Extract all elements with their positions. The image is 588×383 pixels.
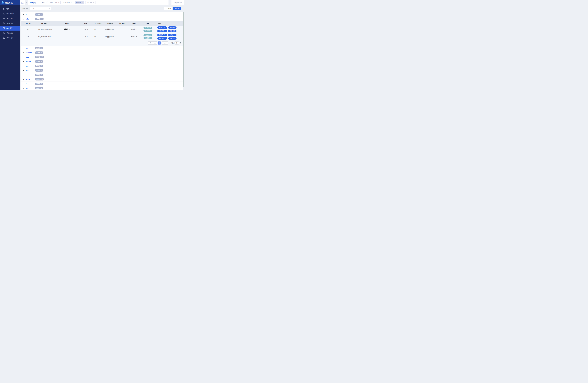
group-name[interactable]: asp <box>26 47 35 49</box>
status-actions-dropdown[interactable]: 状态操作 <box>157 30 167 32</box>
config-task-button[interactable]: 配置TASK <box>157 26 167 29</box>
group-name[interactable]: ic <box>26 74 35 76</box>
chevron-down-icon <box>165 31 166 31</box>
group-name[interactable]: lll <box>26 83 35 85</box>
page-title: Job管理 <box>30 2 36 4</box>
group-name[interactable]: fssc <box>26 56 35 58</box>
refresh-button[interactable]: 刷新 <box>164 7 172 10</box>
group-row-0[interactable]: 0 JOB数：2 <box>21 12 183 17</box>
expand-arrow-icon[interactable] <box>23 70 24 71</box>
close-operations-menu[interactable]: 关闭操作 <box>173 2 182 4</box>
expand-arrow-icon[interactable] <box>23 79 24 80</box>
chevron-down-icon <box>165 38 166 39</box>
goto-page-input[interactable] <box>174 41 179 44</box>
group-row-fssc[interactable]: fssc JOB数：15 <box>21 55 183 59</box>
group-row-asp[interactable]: asp JOB数：6 <box>21 46 183 50</box>
expand-arrow-icon[interactable] <box>23 74 24 76</box>
col-view: 查看 <box>141 22 155 24</box>
close-icon[interactable]: × <box>58 2 59 3</box>
col-type-value: Job类型值 <box>92 22 104 24</box>
next-page-button[interactable]: Next > <box>162 41 168 44</box>
sidebar-item-monitor[interactable]: 调度监控 <box>0 16 20 21</box>
group-name[interactable]: adx <box>26 18 35 20</box>
config-task-button[interactable]: 配置TASK <box>157 34 167 36</box>
close-icon[interactable]: × <box>46 2 46 3</box>
add-job-button[interactable]: 添加Job <box>173 7 181 10</box>
sidebar-item-schedule-log-2[interactable]: 调度日志 <box>0 35 20 40</box>
project-select[interactable]: 全部 <box>30 7 51 10</box>
sidebar-item-schedule-log-1[interactable]: 调度日志 <box>0 31 20 35</box>
col-actions: 操作 <box>155 22 183 24</box>
tab-job-mgmt[interactable]: Job管理 × <box>75 1 84 4</box>
current-page-button[interactable]: 1 <box>158 41 161 44</box>
expand-arrow-icon[interactable] <box>23 65 24 67</box>
cascade-settings-button[interactable]: 级联设置 <box>168 37 176 39</box>
group-name[interactable]: lzp <box>26 87 35 89</box>
group-name[interactable]: ledger <box>26 78 35 80</box>
sidebar-item-home[interactable]: 首页 <box>0 6 20 11</box>
expand-arrow-icon[interactable] <box>23 83 24 84</box>
group-name[interactable]: fsscuat <box>26 61 35 62</box>
sidebar-item-scheduler-mgmt[interactable]: 调度器管理 <box>0 11 20 16</box>
close-operations-label: 关闭操作 <box>173 2 180 4</box>
group-row-channel[interactable]: channel JOB数：4 <box>21 50 183 55</box>
tab-label: 调度器管理 <box>50 2 57 4</box>
tab-home[interactable]: 首页 × <box>41 1 48 4</box>
table-row: 448 adx_wormhole-delete CRON 0/5 * * * *… <box>21 33 183 40</box>
status-view-button[interactable]: 状态查看 <box>144 37 152 39</box>
group-row-ic[interactable]: ic JOB数：1 <box>21 73 183 77</box>
expand-arrow-icon[interactable] <box>23 88 24 89</box>
sidebar-item-label: 调度器管理 <box>6 13 14 15</box>
col-job-plan: Job_Plan <box>116 22 127 24</box>
edit-job-button[interactable]: 修改Job <box>168 34 176 36</box>
group-name[interactable]: channel <box>26 52 35 54</box>
tabs-scroll-right[interactable] <box>168 0 171 5</box>
group-row-lzp[interactable]: lzp JOB数：2 <box>21 86 183 90</box>
sidebar-item-label: 调度监控 <box>6 18 13 20</box>
vertical-scrollbar[interactable] <box>183 12 184 87</box>
sidebar-item-task-mgmt[interactable]: TASK管理 <box>0 21 20 26</box>
group-name[interactable]: hxqz <box>26 70 35 71</box>
status-actions-dropdown[interactable]: 状态操作 <box>157 37 167 39</box>
cell-actions: 配置TASK 修改Job 状态操作 级联设置 <box>155 26 183 32</box>
cell-view: TASK信息 状态查看 <box>141 34 155 39</box>
expand-arrow-icon[interactable] <box>23 14 24 15</box>
group-row-gantry[interactable]: gantry JOB数：3 <box>21 64 183 68</box>
filter-funnel-icon[interactable] <box>47 23 49 24</box>
expand-arrow-icon[interactable] <box>23 52 24 53</box>
tab-scheduler-monitor[interactable]: 调度器监控 × <box>62 1 73 4</box>
status-view-button[interactable]: 状态查看 <box>144 30 152 32</box>
sidebar-item-label: 调度日志 <box>6 32 13 34</box>
tab-scheduler-mgmt[interactable]: 调度器管理 × <box>49 1 61 4</box>
group-name[interactable]: gantry <box>26 65 35 67</box>
tabs-scroll-left[interactable] <box>25 0 28 5</box>
job-count-badge: JOB数：5 <box>35 69 43 72</box>
app-root: 调度系统 首页 调度器管理 调度监控 <box>0 0 184 90</box>
group-row-hxqz[interactable]: hxqz JOB数：5 <box>21 68 183 73</box>
close-icon[interactable]: × <box>71 2 72 3</box>
tab-label: Job管理 <box>76 2 81 4</box>
cascade-settings-button[interactable]: 级联设置 <box>168 30 176 32</box>
group-row-fsscuat[interactable]: fsscuat JOB数：4 <box>21 59 183 64</box>
task-info-button[interactable]: TASK信息 <box>144 27 152 29</box>
group-row-lll[interactable]: lll JOB数：1 <box>21 82 183 86</box>
menu-collapse-icon[interactable] <box>21 2 23 4</box>
group-name[interactable]: 0 <box>26 14 35 15</box>
close-icon[interactable]: × <box>82 2 83 3</box>
expand-arrow-icon[interactable] <box>23 48 24 49</box>
collapse-arrow-icon[interactable] <box>23 19 24 19</box>
group-row-ledger[interactable]: ledger JOB数：11 <box>21 77 183 82</box>
sidebar-item-job-mgmt[interactable]: JOB管理 <box>0 26 20 31</box>
edit-job-button[interactable]: 修改Job <box>168 26 176 29</box>
close-icon[interactable]: × <box>93 2 94 3</box>
expand-arrow-icon[interactable] <box>23 61 24 62</box>
expand-arrow-icon[interactable] <box>23 57 24 58</box>
topbar: Job管理 首页 × 调度器管理 × 调度器监控 × Job管理 × <box>20 0 184 5</box>
group-row-adx[interactable]: adx JOB数：2 <box>21 17 183 21</box>
tab-task-mgmt[interactable]: 任务管理 × <box>85 1 96 4</box>
job-count-badge: JOB数：4 <box>35 60 43 63</box>
content-area: 0 JOB数：2 adx JOB数：2 Job_ID Job_Key <box>20 11 184 90</box>
scheduler-icon <box>3 13 5 15</box>
task-info-button[interactable]: TASK信息 <box>144 34 152 36</box>
previous-page-button[interactable]: < Previous <box>148 41 157 44</box>
